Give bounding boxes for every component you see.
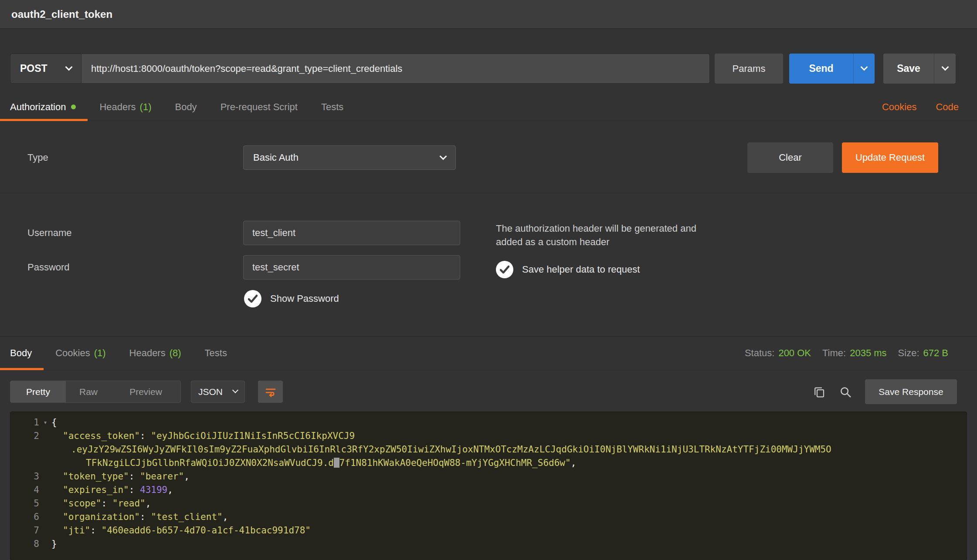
clear-button[interactable]: Clear [747,142,833,173]
line-number: 8 [10,537,39,551]
username-label: Username [0,227,243,239]
line-gutter: 3 [10,470,51,483]
code-line: 5"scope": "read", [10,497,967,510]
check-icon [496,261,513,278]
code-token: "scope" [63,498,102,509]
type-label: Type [0,152,243,163]
wrap-text-button[interactable] [258,381,283,403]
request-tab-bar: oauth2_client_token [0,0,977,29]
line-number [10,456,39,470]
code-line: 6"organization": "test_client", [10,510,967,524]
tab-tests[interactable]: Tests [309,93,355,121]
url-input[interactable] [81,54,710,84]
send-button-group: Send [789,54,875,84]
code-token: : [129,471,140,482]
code-token: "bearer" [140,471,184,482]
code-line: 8} [10,537,967,551]
code-link[interactable]: Code [936,101,959,113]
send-button[interactable]: Send [789,54,853,84]
time-value: 2035 ms [850,347,886,359]
save-button[interactable]: Save [883,54,934,84]
line-gutter [10,456,51,470]
response-toolbar: Pretty Raw Preview JSON [10,379,957,404]
line-number: 3 [10,470,39,483]
auth-credentials: Username Password Show Password The auth… [0,221,977,329]
line-gutter: 1▾ [10,416,51,429]
auth-configured-dot [71,105,76,109]
auth-actions: Clear Update Request [747,142,938,173]
response-tab-tests[interactable]: Tests [193,337,239,370]
params-button[interactable]: Params [715,54,783,84]
auth-type-select[interactable]: Basic Auth [243,145,456,170]
save-dropdown-button[interactable] [934,54,956,84]
password-row: Password [0,255,486,280]
line-number: 7 [10,524,39,537]
line-gutter: 7 [10,524,51,537]
code-token: 43199 [140,485,167,495]
request-tab-title[interactable]: oauth2_client_token [11,8,112,20]
check-icon [244,290,261,307]
tab-label: Pre-request Script [221,101,298,113]
helper-text-line: The authorization header will be generat… [496,222,696,235]
save-response-button[interactable]: Save Response [865,379,957,404]
code-token: : [90,525,101,536]
code-text: } [51,537,57,551]
save-helper-checkbox[interactable] [496,261,513,278]
code-text: TFkNzgiLCJjbGllbnRfaWQiOiJ0ZXN0X2NsaWVud… [51,456,576,470]
code-token: , [571,458,577,468]
divider [0,193,977,193]
code-line: 2"access_token": "eyJhbGciOiJIUzI1NiIsIn… [10,429,967,443]
view-raw-button[interactable]: Raw [66,381,111,402]
chevron-down-icon [941,64,949,71]
code-token: "organization" [63,512,140,522]
tab-label: Body [10,347,32,359]
cookies-link[interactable]: Cookies [882,101,916,113]
code-token: "token_type" [63,471,129,482]
time-group: Time: 2035 ms [822,347,887,359]
update-request-button[interactable]: Update Request [842,142,938,173]
view-pretty-button[interactable]: Pretty [10,381,66,402]
save-helper-row: Save helper data to request [496,261,696,278]
fold-caret-icon[interactable]: ▾ [39,416,51,429]
code-token: , [146,498,151,509]
tab-authorization[interactable]: Authorization [0,93,88,121]
code-token: TFkNzgiLCJjbGllbnRfaWQiOiJ0ZXN0X2NsaWVud… [86,458,334,468]
wrap-text-icon [264,385,277,398]
response-tab-body[interactable]: Body [0,337,44,370]
format-select[interactable]: JSON [191,381,245,403]
line-gutter: 2 [10,429,51,443]
view-preview-button[interactable]: Preview [111,381,180,402]
response-body-viewer[interactable]: 1▾{2"access_token": "eyJhbGciOiJIUzI1NiI… [10,412,967,560]
code-token: } [51,539,57,549]
code-token: , [184,471,190,482]
tab-label: Authorization [10,101,66,113]
copy-button[interactable] [813,385,826,398]
tab-count: (1) [140,101,152,113]
response-tabs: Body Cookies (1) Headers (8) Tests Statu… [0,337,977,370]
auth-type-row: Type Basic Auth Clear Update Request [0,142,977,173]
tab-pre-request-script[interactable]: Pre-request Script [209,93,309,121]
tab-headers[interactable]: Headers (1) [88,93,163,121]
size-value: 672 B [923,347,949,359]
response-tab-cookies[interactable]: Cookies (1) [44,337,117,370]
code-token: _ [334,458,339,468]
code-token: .eyJzY29wZSI6WyJyZWFkIl0sIm9yZ2FuaXphdGl… [71,444,831,455]
method-select[interactable]: POST [10,54,81,84]
auth-helper-column: The authorization header will be generat… [486,221,696,307]
view-mode-group: Pretty Raw Preview [10,381,181,403]
auth-helper-text: The authorization header will be generat… [496,222,696,249]
code-line: 1▾{ [10,416,967,429]
line-number: 6 [10,510,39,524]
response-meta: Status: 200 OK Time: 2035 ms Size: 672 B [733,337,977,370]
tab-label: Headers [99,101,136,113]
authorization-panel: Type Basic Auth Clear Update Request Use… [0,142,977,329]
send-dropdown-button[interactable] [853,54,875,84]
size-label: Size: [898,347,919,359]
username-input[interactable] [243,221,460,245]
code-token: "test_client" [151,512,222,522]
show-password-checkbox[interactable] [244,290,261,307]
tab-body[interactable]: Body [163,93,208,121]
password-input[interactable] [243,255,460,280]
search-button[interactable] [839,385,852,398]
response-tab-headers[interactable]: Headers (8) [118,337,193,370]
